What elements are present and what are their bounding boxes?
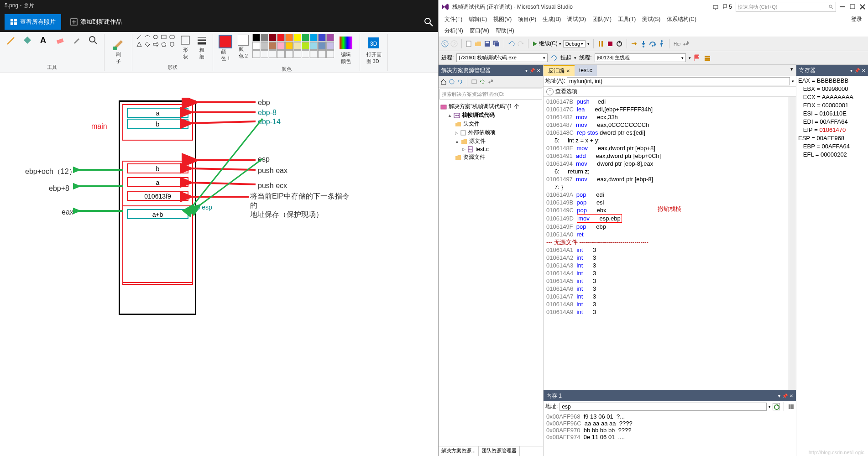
registers-content[interactable]: EAX = BBBBBBBB EBX = 00998000 ECX = AAAA… bbox=[796, 76, 868, 456]
edit-colors-button[interactable]: 编辑 颜色 bbox=[336, 34, 356, 66]
forward-icon[interactable] bbox=[450, 40, 458, 47]
back-icon[interactable] bbox=[441, 40, 449, 47]
eraser-tool[interactable] bbox=[53, 34, 68, 47]
panel-close-icon[interactable]: ✕ bbox=[537, 68, 540, 73]
testc-file[interactable]: ▷++test.c bbox=[440, 146, 541, 153]
process-dropdown[interactable]: [73160] 栈帧调试代码.exe▾ bbox=[456, 53, 548, 62]
stack-icon[interactable] bbox=[704, 54, 711, 62]
flag-filter-icon[interactable] bbox=[694, 54, 701, 62]
sync-icon[interactable] bbox=[457, 79, 463, 85]
refresh-icon[interactable] bbox=[479, 79, 486, 85]
shape-outline-button[interactable]: 形 状 bbox=[178, 34, 193, 61]
tools-icon[interactable] bbox=[682, 40, 690, 47]
dropdown-icon[interactable]: ▾ bbox=[525, 68, 528, 73]
headers-folder[interactable]: 头文件 bbox=[440, 120, 541, 128]
home-icon[interactable] bbox=[440, 79, 447, 85]
minimize-icon[interactable] bbox=[840, 6, 846, 8]
project-node[interactable]: ▲++栈帧调试代码 bbox=[440, 111, 541, 120]
tab-testc[interactable]: test.c bbox=[575, 65, 597, 76]
search-icon[interactable] bbox=[424, 17, 434, 27]
menu-project[interactable]: 项目(P) bbox=[515, 16, 539, 23]
menu-file[interactable]: 文件(F) bbox=[441, 16, 465, 23]
color-palette[interactable] bbox=[252, 34, 334, 58]
menu-help[interactable]: 帮助(H) bbox=[492, 27, 518, 35]
suspend-label[interactable]: 挂起 bbox=[560, 54, 571, 62]
show-all-icon[interactable] bbox=[471, 79, 477, 85]
config-dropdown[interactable]: Debug▾ bbox=[563, 40, 586, 47]
vertical-scrollbar[interactable] bbox=[789, 97, 796, 390]
paint3d-button[interactable]: 3D打开画 图 3D bbox=[364, 34, 384, 66]
menu-analyze[interactable]: 分析(N) bbox=[441, 27, 466, 35]
view-all-label: 查看所有照片 bbox=[20, 18, 56, 26]
memory-content[interactable]: 0x00AFF968 f9 13 06 01 ?...0x00AFF96C aa… bbox=[544, 412, 796, 456]
color2-button[interactable]: 颜 色 2 bbox=[236, 34, 251, 60]
memory-address-input[interactable] bbox=[559, 403, 767, 411]
menu-test[interactable]: 测试(S) bbox=[639, 16, 664, 23]
view-all-photos-button[interactable]: 查看所有照片 bbox=[5, 14, 61, 30]
maximize-icon[interactable] bbox=[850, 4, 856, 10]
new-icon[interactable] bbox=[465, 40, 473, 47]
brush-button[interactable]: 刷 子 bbox=[108, 34, 128, 66]
columns-icon[interactable] bbox=[788, 404, 794, 410]
tab-disassembly[interactable]: 反汇编✕ bbox=[544, 65, 575, 76]
tab-solution[interactable]: 解决方案资源... bbox=[439, 446, 479, 456]
save-all-icon[interactable] bbox=[493, 40, 500, 47]
step-out-icon[interactable] bbox=[658, 40, 665, 47]
cycle-icon[interactable] bbox=[550, 54, 558, 62]
expand-options-icon[interactable]: ˅ bbox=[546, 88, 554, 95]
notification-icon[interactable] bbox=[712, 4, 719, 10]
thickness-button[interactable]: 粗 细 bbox=[194, 34, 209, 61]
continue-button[interactable]: 继续(C) ▾ bbox=[532, 40, 561, 47]
text-tool[interactable]: A bbox=[37, 34, 51, 47]
label-ebp-och: ebp+och（12） bbox=[25, 167, 76, 177]
menu-view[interactable]: 视图(V) bbox=[490, 16, 515, 23]
close-icon[interactable] bbox=[860, 4, 865, 10]
svg-point-11 bbox=[89, 37, 95, 42]
menu-build[interactable]: 生成(B) bbox=[539, 16, 564, 23]
restart-icon[interactable] bbox=[616, 40, 623, 47]
disassembly-view[interactable]: 撤销栈桢 0106147B push edi0106147C lea edi,[… bbox=[544, 97, 789, 390]
menu-edit[interactable]: 编辑(E) bbox=[465, 16, 490, 23]
resource-folder[interactable]: 资源文件 bbox=[440, 153, 541, 162]
address-input[interactable] bbox=[567, 77, 790, 85]
svg-rect-2 bbox=[10, 22, 13, 25]
step-into-icon[interactable] bbox=[640, 40, 647, 47]
login-link[interactable]: 登录 bbox=[848, 16, 865, 23]
zoom-tool[interactable] bbox=[86, 34, 100, 47]
properties-icon[interactable] bbox=[487, 79, 494, 85]
add-to-creation-button[interactable]: 添加到新建作品 bbox=[70, 18, 122, 26]
step-over-icon[interactable] bbox=[649, 40, 656, 47]
open-icon[interactable] bbox=[475, 40, 482, 47]
undo-icon[interactable] bbox=[508, 40, 515, 47]
solution-root[interactable]: 解决方案"栈帧调试代码"(1 个 bbox=[440, 102, 541, 111]
tab-close-icon[interactable]: ✕ bbox=[566, 68, 570, 73]
shapes-gallery[interactable] bbox=[136, 34, 176, 47]
picker-tool[interactable] bbox=[69, 34, 84, 47]
thread-dropdown[interactable]: [60128] 主线程▾ bbox=[595, 53, 686, 62]
color1-button[interactable]: 颜 色 1 bbox=[217, 34, 234, 63]
stop-icon[interactable] bbox=[607, 40, 614, 47]
save-icon[interactable] bbox=[484, 40, 491, 47]
menu-arch[interactable]: 体系结构(C) bbox=[664, 16, 700, 23]
menu-tools[interactable]: 工具(T) bbox=[615, 16, 639, 23]
menu-debug[interactable]: 调试(D) bbox=[564, 16, 589, 23]
next-stmt-icon[interactable] bbox=[631, 40, 638, 47]
collapse-icon[interactable] bbox=[449, 79, 455, 85]
pin-icon[interactable]: 📌 bbox=[529, 68, 535, 73]
tab-dropdown-icon[interactable]: ▾ bbox=[788, 65, 796, 76]
menu-team[interactable]: 团队(M) bbox=[589, 16, 615, 23]
pencil-tool[interactable] bbox=[4, 34, 18, 47]
quick-launch-input[interactable]: 快速启动 (Ctrl+Q) bbox=[736, 2, 836, 12]
source-folder[interactable]: ▲源文件 bbox=[440, 137, 541, 146]
pause-icon[interactable] bbox=[597, 40, 605, 47]
reevaluate-icon[interactable] bbox=[773, 403, 780, 410]
solution-search-input[interactable]: 搜索解决方案资源管理器(Ct bbox=[439, 89, 542, 100]
redo-icon[interactable] bbox=[517, 40, 524, 47]
bucket-tool[interactable] bbox=[20, 34, 35, 47]
external-deps-folder[interactable]: ▷外部依赖项 bbox=[440, 128, 541, 137]
tab-team[interactable]: 团队资源管理器 bbox=[479, 446, 520, 456]
hex-icon[interactable]: Hex bbox=[673, 40, 680, 47]
menu-window[interactable]: 窗口(W) bbox=[466, 27, 492, 35]
label-main: main bbox=[91, 122, 107, 131]
flag-count[interactable]: 5 bbox=[722, 4, 732, 10]
